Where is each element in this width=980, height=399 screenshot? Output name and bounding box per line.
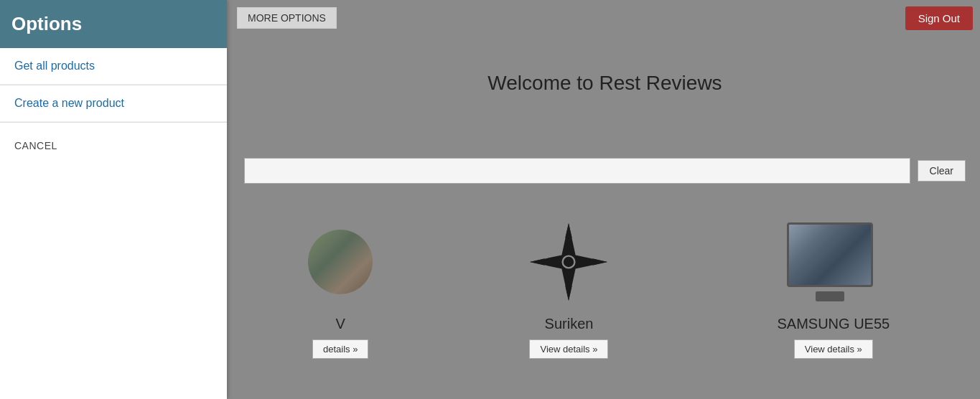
sidebar-header: Options xyxy=(0,0,227,48)
tv-screen xyxy=(787,222,873,287)
product-image-samsung xyxy=(780,215,887,309)
tv-stand xyxy=(816,291,844,301)
samsung-tv-image xyxy=(787,222,880,301)
view-details-samsung-button[interactable]: View details » xyxy=(794,339,873,359)
sidebar: Options Get all products Create a new pr… xyxy=(0,0,227,399)
clear-button[interactable]: Clear xyxy=(918,160,966,182)
welcome-title: Welcome to Rest Reviews xyxy=(230,72,980,95)
product-card-samsung: SAMSUNG UE55 View details » xyxy=(762,215,905,359)
search-input[interactable] xyxy=(244,158,910,184)
sidebar-item-create-new-product[interactable]: Create a new product xyxy=(0,85,227,122)
product-image-suriken xyxy=(515,215,622,309)
product-name-suriken: Suriken xyxy=(545,316,594,332)
product-name-samsung: SAMSUNG UE55 xyxy=(777,316,890,332)
more-options-button[interactable]: MORE OPTIONS xyxy=(237,7,337,29)
gta-image xyxy=(308,230,373,294)
sign-out-button[interactable]: Sign Out xyxy=(905,6,973,30)
sidebar-cancel-button[interactable]: CANCEL xyxy=(0,123,227,169)
welcome-section: Welcome to Rest Reviews xyxy=(230,43,980,109)
product-card-gta: V details » xyxy=(304,215,376,359)
products-area: V details » Suriken View details » xyxy=(230,201,980,373)
search-area: Clear xyxy=(230,158,980,184)
product-card-suriken: Suriken View details » xyxy=(497,215,640,359)
svg-point-0 xyxy=(563,256,575,268)
suriken-icon xyxy=(526,219,612,305)
product-image-gta xyxy=(304,215,376,309)
product-name-gta: V xyxy=(335,316,345,332)
view-details-suriken-button[interactable]: View details » xyxy=(529,339,608,359)
view-details-gta-button[interactable]: details » xyxy=(312,339,368,359)
sidebar-item-get-all-products[interactable]: Get all products xyxy=(0,48,227,85)
